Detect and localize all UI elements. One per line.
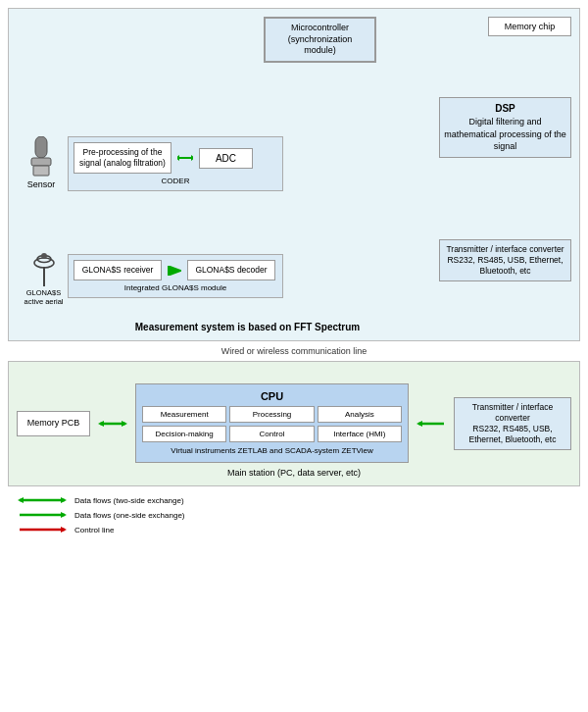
memory-pcb-box: Memory PCB	[17, 411, 90, 436]
cpu-cell-control: Control	[229, 426, 314, 442]
glonass-module-box: GLONA$S receiver GLONA$S decoder Integra…	[68, 254, 283, 298]
svg-rect-19	[33, 166, 49, 176]
legend-label-2: Data flows (one-side exchange)	[74, 511, 185, 520]
transmitter-bottom-ports: RS232, RS485, USB, Ethernet, Bluetooth, …	[459, 424, 566, 445]
glonass-inner: GLONA$S receiver GLONA$S decoder	[74, 260, 277, 280]
cpu-cell-measurement: Measurement	[142, 406, 226, 423]
legend-arrow-both-icon	[18, 494, 67, 506]
adc-box: ADC	[199, 148, 253, 169]
svg-marker-35	[18, 497, 24, 503]
microcontroller-box: Microcontroller(synchronizationmodule)	[264, 17, 376, 63]
single-arrow-right-icon	[168, 266, 181, 276]
sensor-icon	[27, 136, 55, 178]
sensor-label: Sensor	[27, 179, 56, 189]
legend-item-2: Data flows (one-side exchange)	[18, 509, 580, 521]
cpu-area: CPU Measurement Processing Analysis Deci…	[135, 383, 409, 463]
preprocess-box: Pre-processing of the signal (analog fil…	[74, 142, 172, 174]
svg-marker-32	[416, 421, 422, 427]
dsp-label: DSP	[444, 102, 566, 116]
bottom-section: Memory PCB CPU Measurement Processing An…	[8, 361, 580, 486]
glonass-decoder-box: GLONA$S decoder	[187, 260, 275, 280]
transmitter-top-label: Transmitter / interface converter	[444, 244, 566, 255]
svg-marker-37	[61, 512, 67, 518]
svg-marker-21	[191, 155, 193, 161]
legend-item-3: Control line	[18, 524, 580, 535]
transmitter-top-ports: RS232, RS485, USB, Ethernet, Bluetooth, …	[444, 255, 566, 277]
legend-arrow-control-icon	[18, 524, 67, 535]
coder-inner: Pre-processing of the signal (analog fil…	[74, 142, 277, 174]
glonass-module-label: Integrated GLONA$S module	[74, 283, 277, 292]
microcontroller-label: Microcontroller(synchronizationmodule)	[288, 23, 353, 55]
fft-label: Measurement system is based on FFT Spect…	[68, 322, 427, 332]
coder-label: CODER	[74, 177, 277, 185]
top-section: {X} Digital data flow {X}, {Y} {Y}	[8, 8, 580, 341]
svg-rect-17	[35, 136, 47, 158]
svg-point-26	[41, 253, 47, 259]
svg-marker-34	[61, 497, 67, 503]
dsp-description: Digital filtering and mathematical proce…	[444, 116, 566, 153]
cpu-cell-interface: Interface (HMI)	[318, 426, 402, 442]
main-station-label: Main station (PC, data server, etc)	[17, 468, 571, 478]
transmitter-bottom-box: Transmitter / interface converter RS232,…	[454, 397, 571, 450]
cpu-cell-processing: Processing	[229, 406, 314, 423]
cpu-cell-decision: Decision-making	[142, 426, 226, 442]
svg-marker-39	[61, 527, 67, 533]
svg-rect-18	[31, 158, 51, 166]
wired-label: Wired or wireless communication line	[221, 346, 368, 356]
aerial-label: GLONA$S active aerial	[17, 288, 71, 306]
legend: Data flows (two-side exchange) Data flow…	[8, 494, 580, 535]
memory-chip-box: Memory chip	[488, 17, 571, 36]
comm-arrow-svg	[17, 370, 588, 380]
cpu-label: CPU	[142, 390, 402, 402]
legend-label-1: Data flows (two-side exchange)	[74, 496, 184, 505]
memory-cpu-arrow-icon	[98, 418, 127, 430]
legend-item-1: Data flows (two-side exchange)	[18, 494, 580, 506]
wired-label-row: Wired or wireless communication line	[8, 346, 580, 356]
glonass-receiver-box: GLONA$S receiver	[74, 260, 162, 280]
svg-marker-30	[98, 421, 104, 427]
coder-box: Pre-processing of the signal (analog fil…	[68, 136, 283, 191]
glonass-aerial-group: GLONA$S active aerial	[17, 249, 71, 306]
transmitter-top-box: Transmitter / interface converter RS232,…	[439, 239, 571, 281]
dsp-box: DSP Digital filtering and mathematical p…	[439, 97, 571, 158]
double-arrow-icon	[177, 153, 193, 163]
virtual-instruments-label: Virtual instruments ZETLAB and SCADA-sys…	[142, 446, 402, 456]
svg-marker-29	[122, 421, 127, 427]
bottom-row: Memory PCB CPU Measurement Processing An…	[17, 383, 571, 463]
legend-arrow-one-icon	[18, 509, 67, 521]
memory-chip-label: Memory chip	[505, 22, 556, 31]
cpu-grid: Measurement Processing Analysis Decision…	[142, 406, 402, 442]
sensor-group: Sensor	[17, 136, 66, 189]
diagram-container: {X} Digital data flow {X}, {Y} {Y}	[0, 0, 588, 543]
transmitter-cpu-arrow-icon	[416, 418, 446, 430]
cpu-cell-analysis: Analysis	[318, 406, 402, 423]
legend-label-3: Control line	[74, 526, 114, 534]
aerial-icon	[31, 249, 57, 286]
transmitter-bottom-label: Transmitter / interface converter	[459, 402, 566, 424]
svg-marker-22	[177, 155, 179, 161]
